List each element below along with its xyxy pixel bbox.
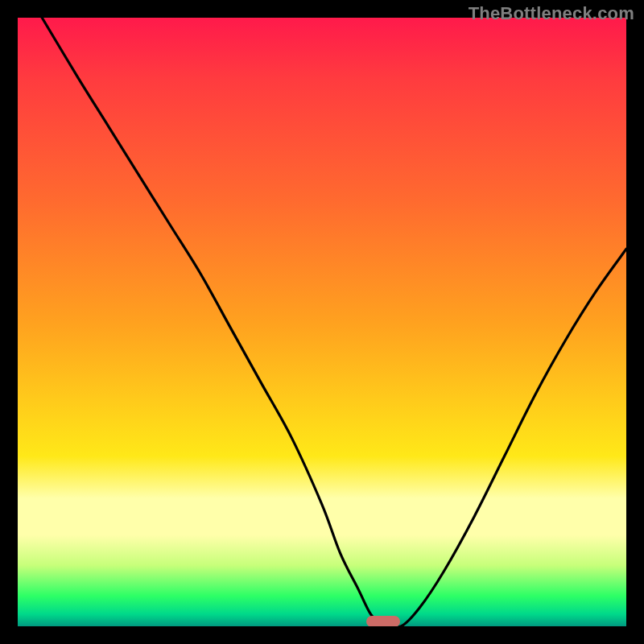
plot-area bbox=[18, 18, 626, 626]
bottleneck-curve bbox=[18, 18, 626, 626]
optimal-point-marker bbox=[366, 616, 400, 626]
curve-right-branch bbox=[383, 249, 626, 626]
chart-frame: TheBottleneck.com bbox=[0, 0, 644, 644]
watermark-text: TheBottleneck.com bbox=[469, 3, 634, 24]
curve-left-branch bbox=[42, 18, 382, 626]
